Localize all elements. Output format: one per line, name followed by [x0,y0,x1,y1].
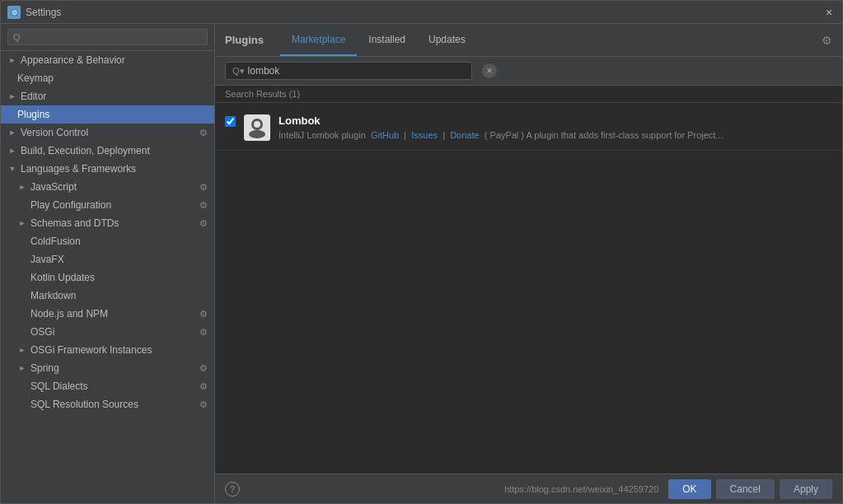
sidebar-item-label: Languages & Frameworks [21,163,136,175]
sidebar-item-coldfusion[interactable]: ColdFusion [1,232,214,250]
sidebar-item-label: Node.js and NPM [30,308,108,320]
sidebar-item-keymap[interactable]: Keymap [1,69,214,87]
expand-icon [7,146,17,156]
gear-icon[interactable]: ⚙ [822,34,832,47]
sidebar-item-label: Play Configuration [30,199,111,211]
search-prefix-icon: Q▾ [232,66,245,77]
sidebar-search-area: Q [1,24,214,51]
sidebar-item-plugins[interactable]: Plugins [1,105,214,124]
sidebar-item-play-config[interactable]: Play Configuration ⚙ [1,196,214,214]
sidebar-item-languages[interactable]: Languages & Frameworks [1,160,214,178]
sidebar: Q Appearance & Behavior Keymap Editor [1,24,215,503]
settings-icon: ⚙ [199,363,208,374]
expand-icon [7,164,17,174]
issues-link[interactable]: Issues [411,130,438,140]
plugin-info-lombok: Lombok IntelliJ Lombok plugin GitHub | I… [279,114,832,142]
sidebar-item-sql-res[interactable]: SQL Resolution Sources ⚙ [1,395,214,413]
plugin-name-lombok: Lombok [279,114,832,127]
sidebar-item-osgi[interactable]: OSGi ⚙ [1,323,214,341]
dialog-buttons: OK Cancel Apply [668,479,832,499]
sidebar-item-label: ColdFusion [30,236,81,247]
sidebar-item-label: OSGi Framework Instances [30,344,152,356]
plugin-search-wrapper[interactable]: Q▾ [225,62,472,80]
sidebar-item-label: Build, Execution, Deployment [21,145,150,156]
sidebar-item-label: JavaFX [30,254,64,265]
plugin-checkbox-lombok[interactable] [225,116,236,127]
sidebar-item-label: Appearance & Behavior [21,54,125,66]
help-button[interactable]: ? [225,482,240,497]
sidebar-item-label: Spring [30,362,59,374]
sidebar-item-label: Version Control [21,127,88,138]
sidebar-item-osgi-framework[interactable]: OSGi Framework Instances [1,341,214,359]
sidebar-item-label: OSGi [30,326,54,338]
plugin-list: Lombok IntelliJ Lombok plugin GitHub | I… [215,103,842,474]
bottom-bar: ? https://blog.csdn.net/weixin_44259720 … [215,474,842,503]
sidebar-item-nodejs[interactable]: Node.js and NPM ⚙ [1,305,214,323]
donate-link[interactable]: Donate [450,130,479,140]
plugin-search-input[interactable] [248,65,465,77]
settings-icon: ⚙ [199,200,208,211]
svg-point-4 [249,130,265,138]
close-button[interactable]: × [822,6,836,19]
sidebar-search-icon: Q [13,32,21,42]
expand-icon [17,345,27,355]
svg-text:⚙: ⚙ [12,9,17,16]
expand-icon [17,218,27,228]
expand-icon [17,363,27,373]
status-url: https://blog.csdn.net/weixin_44259720 [504,484,658,494]
settings-icon: ⚙ [199,327,208,338]
plugins-header: Plugins Marketplace Installed Updates ⚙ [215,24,842,57]
tab-marketplace[interactable]: Marketplace [280,24,357,56]
sidebar-item-editor[interactable]: Editor [1,87,214,105]
sidebar-item-label: Markdown [30,290,76,301]
sidebar-item-appearance[interactable]: Appearance & Behavior [1,51,214,69]
settings-icon: ⚙ [199,381,208,392]
sidebar-item-sql-dialects[interactable]: SQL Dialects ⚙ [1,377,214,395]
sidebar-item-label: Keymap [17,72,54,84]
right-panel: Plugins Marketplace Installed Updates ⚙ … [215,24,842,503]
sidebar-search-input[interactable] [24,31,202,43]
plugin-description-lombok: IntelliJ Lombok plugin GitHub | Issues |… [279,129,789,142]
sidebar-item-build[interactable]: Build, Execution, Deployment [1,142,214,160]
tab-updates[interactable]: Updates [417,24,477,56]
sidebar-item-label: Plugins [17,109,49,120]
sidebar-item-markdown[interactable]: Markdown [1,287,214,305]
svg-point-5 [254,121,260,128]
sidebar-list: Appearance & Behavior Keymap Editor Plug… [1,51,214,503]
app-icon: ⚙ [7,6,21,19]
settings-icon: ⚙ [199,182,208,193]
sidebar-item-spring[interactable]: Spring ⚙ [1,359,214,377]
sidebar-item-label: SQL Resolution Sources [30,399,138,410]
apply-button[interactable]: Apply [780,479,832,499]
plugin-item-lombok[interactable]: Lombok IntelliJ Lombok plugin GitHub | I… [215,106,842,151]
sidebar-item-schemas[interactable]: Schemas and DTDs ⚙ [1,214,214,232]
sidebar-item-kotlin[interactable]: Kotlin Updates [1,268,214,287]
plugin-search-bar: Q▾ × [215,57,842,86]
sidebar-item-label: JavaScript [30,181,77,193]
expand-icon [7,55,17,65]
ok-button[interactable]: OK [668,479,710,499]
title-bar: ⚙ Settings × [1,1,842,24]
sidebar-search-wrapper[interactable]: Q [7,29,208,45]
settings-icon: ⚙ [199,128,208,138]
sidebar-item-javafx[interactable]: JavaFX [1,250,214,268]
settings-icon: ⚙ [199,309,208,320]
sidebar-item-label: Editor [21,91,46,102]
search-clear-button[interactable]: × [482,63,497,78]
settings-icon: ⚙ [199,399,208,410]
settings-icon: ⚙ [199,218,208,229]
settings-window: ⚙ Settings × Q Appearance & Behavior [0,0,843,504]
github-link[interactable]: GitHub [371,130,399,140]
expand-icon [7,128,17,138]
sidebar-item-javascript[interactable]: JavaScript ⚙ [1,178,214,196]
expand-icon [7,91,17,101]
expand-icon [17,182,27,192]
sidebar-item-label: Kotlin Updates [30,272,95,283]
plugins-title: Plugins [225,34,264,46]
cancel-button[interactable]: Cancel [716,479,775,499]
window-title: Settings [26,7,822,18]
tab-installed[interactable]: Installed [357,24,417,56]
main-content: Q Appearance & Behavior Keymap Editor [1,24,842,503]
sidebar-item-version-control[interactable]: Version Control ⚙ [1,124,214,142]
search-results-label: Search Results (1) [215,86,842,103]
